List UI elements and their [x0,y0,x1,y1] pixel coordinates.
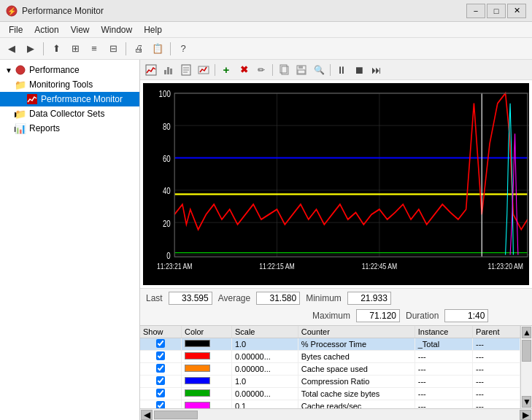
table-row[interactable]: 1.0 % Processor Time _Total --- [140,338,520,351]
color-cell [181,376,231,388]
close-button[interactable]: ✕ [507,4,526,18]
monitoring-tools-label: Monitoring Tools [29,79,93,90]
view-graph-button[interactable] [143,63,159,77]
toolbar-separator-2 [126,42,126,55]
next-button[interactable]: ⏭ [369,63,385,77]
forward-button[interactable]: ▶ [22,41,39,57]
inner-toolbar-sep-2 [272,64,273,76]
scroll-down-button[interactable]: ▼ [522,396,531,408]
expander-icon: ▼ [3,66,15,74]
scale-cell: 0.00000... [231,351,298,363]
tree-data-collector-sets[interactable]: ▶ 📁 Data Collector Sets [0,106,139,121]
table-scrollbar[interactable]: ▲ ▼ [520,326,532,408]
svg-rect-17 [298,70,305,74]
up-button[interactable]: ⬆ [47,41,65,57]
save-button[interactable] [293,63,309,77]
show-checkbox[interactable] [140,351,181,363]
table-row[interactable]: 0.00000... Total cache size bytes --- --… [140,388,520,400]
instance-cell: --- [415,351,472,363]
average-label: Average [218,293,250,303]
scroll-right-button[interactable]: ▶ [520,410,531,420]
color-cell [181,351,231,363]
table-row[interactable]: 0.1 Cache reads/sec --- --- [140,400,520,409]
h-scroll-thumb[interactable] [154,411,198,419]
show-checkbox[interactable] [140,363,181,376]
menu-file[interactable]: File [3,23,28,36]
main-toolbar: ◀ ▶ ⬆ ⊞ ≡ ⊟ 🖨 📋 ? [0,38,532,60]
horizontal-scrollbar[interactable]: ◀ ▶ [140,408,532,420]
counter-table-scroll[interactable]: Show Color Scale Counter Instance Parent [140,326,520,408]
tree-root-performance[interactable]: ▼ Performance [0,63,139,77]
menu-action[interactable]: Action [28,23,64,36]
svg-text:11:22:45 AM: 11:22:45 AM [362,262,397,271]
counter-table-wrapper: Show Color Scale Counter Instance Parent [140,325,532,420]
show-checkbox[interactable] [140,400,181,409]
instance-cell: --- [415,363,472,376]
inner-toolbar-sep-1 [215,64,215,76]
zoom-button[interactable]: 🔍 [311,63,327,77]
minimize-button[interactable]: − [466,4,485,18]
menu-window[interactable]: Window [96,23,139,36]
duration-label: Duration [406,311,439,321]
col-color: Color [181,326,231,338]
color-cell [181,363,231,376]
instance-cell: _Total [415,338,472,351]
perf-monitor-icon [26,93,38,105]
delete-counter-button[interactable]: ✖ [236,63,252,77]
svg-text:⚡: ⚡ [7,7,17,16]
table-row[interactable]: 0.00000... Cache space used --- --- [140,363,520,376]
reports-label: Reports [29,123,60,133]
tree-monitoring-tools[interactable]: ▼ 📁 Monitoring Tools [0,77,139,92]
svg-rect-6 [167,67,169,74]
counter-cell: % Processor Time [298,338,415,351]
svg-text:11:23:20 AM: 11:23:20 AM [487,262,523,271]
counter-table: Show Color Scale Counter Instance Parent [140,326,520,408]
minimum-value: 21.933 [347,292,391,305]
menu-view[interactable]: View [65,23,96,36]
counter-cell: Total cache size bytes [298,388,415,400]
pause-button[interactable]: ⏸ [334,63,350,77]
show-checkbox[interactable] [140,338,181,351]
menu-help[interactable]: Help [138,23,168,36]
delete-button[interactable]: ⊟ [104,41,122,57]
window-controls: − □ ✕ [466,4,526,18]
scale-cell: 0.1 [231,400,298,409]
scale-cell: 1.0 [231,338,298,351]
tree-performance-monitor[interactable]: Performance Monitor [0,92,139,106]
edit-counter-button[interactable]: ✏ [253,63,269,77]
minimum-label: Minimum [306,293,342,303]
maximum-label: Maximum [312,311,350,321]
scroll-left-button[interactable]: ◀ [141,410,153,420]
stop-button[interactable]: ⏹ [351,63,367,77]
color-cell [181,400,231,409]
expander-reports: ▶ [3,125,15,133]
maximize-button[interactable]: □ [487,4,506,18]
add-counter-button[interactable]: + [218,63,234,77]
counter-cell: Bytes cached [298,351,415,363]
export-button[interactable]: 📋 [149,41,166,57]
table-row[interactable]: 0.00000... Bytes cached --- --- [140,351,520,363]
back-button[interactable]: ◀ [3,41,20,57]
scroll-up-button[interactable]: ▲ [522,327,531,338]
performance-chart: 100 80 60 40 20 0 11:23:21 AM 11:22:15 A… [143,83,529,285]
color-cell [181,338,231,351]
help-button[interactable]: ? [174,41,192,57]
col-counter: Counter [298,326,415,338]
print-button[interactable]: 🖨 [130,41,147,57]
show-checkbox[interactable] [140,376,181,388]
scale-cell: 1.0 [231,376,298,388]
scroll-thumb[interactable] [522,340,531,362]
view-report-button[interactable] [178,63,194,77]
tree-reports[interactable]: ▶ 📊 Reports [0,121,139,136]
table-row[interactable]: 1.0 Compression Ratio --- --- [140,376,520,388]
svg-rect-5 [164,70,166,74]
copy-image-button[interactable] [276,63,292,77]
right-content: + ✖ ✏ 🔍 ⏸ ⏹ ⏭ [140,60,532,420]
col-instance: Instance [415,326,472,338]
stats-row-1: Last 33.595 Average 31.580 Minimum 21.93… [140,288,532,308]
properties-button[interactable]: ≡ [85,41,103,57]
change-graph-button[interactable] [196,63,212,77]
show-checkbox[interactable] [140,388,181,400]
view-histogram-button[interactable] [161,63,177,77]
show-hide-button[interactable]: ⊞ [66,41,84,57]
